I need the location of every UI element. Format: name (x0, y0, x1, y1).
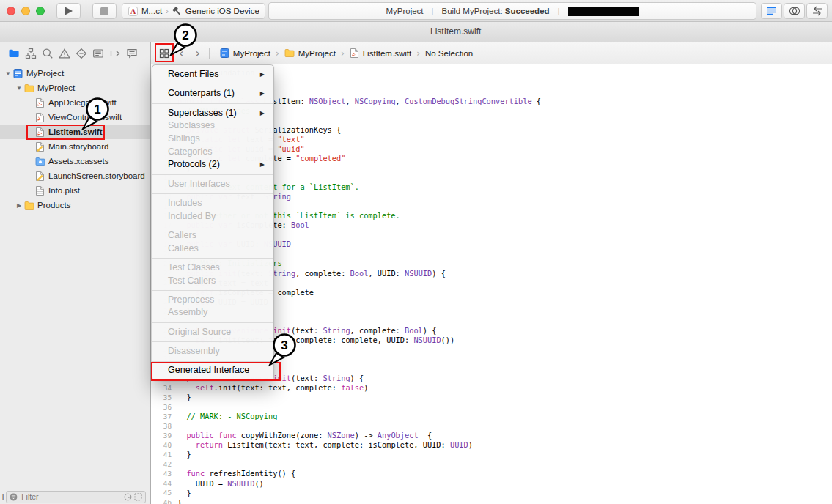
menu-item-generated-interface[interactable]: Generated Interface (152, 364, 273, 377)
menu-separator (152, 174, 273, 175)
line-number: 38 (151, 422, 177, 430)
code-line[interactable]: 39 public func copyWithZone(zone: NSZone… (151, 431, 832, 440)
tree-item-appdelegate-swift[interactable]: AppDelegate.swift (0, 95, 150, 110)
report-navigator-icon[interactable] (126, 48, 138, 59)
tree-item-myproject[interactable]: ▼MyProject (0, 66, 150, 81)
test-navigator-icon[interactable] (76, 48, 87, 59)
code-line[interactable]: 44 UUID = NSUUID() (151, 478, 832, 488)
code-line[interactable]: 36 (151, 402, 832, 412)
window-title: ListItem.swift (430, 26, 481, 37)
code-line[interactable]: 40 return ListItem(text: text, complete:… (151, 440, 832, 450)
menu-item-protocols-2-[interactable]: Protocols (2)▶ (152, 158, 273, 171)
code-line[interactable]: 45 } (151, 488, 832, 497)
code-line[interactable]: 41 } (151, 450, 832, 459)
menu-item-recent-files[interactable]: Recent Files▶ (152, 68, 273, 81)
line-number: 42 (151, 460, 177, 468)
tree-item-label: Info.plist (48, 186, 80, 195)
menu-item-user-interfaces: User Interfaces (152, 178, 273, 191)
status-divider: | (558, 7, 560, 15)
scheme-selector[interactable]: A M...ct › Generic iOS Device (122, 3, 265, 19)
symbol-navigator-icon[interactable] (25, 48, 37, 59)
swift-file-icon (34, 97, 45, 108)
crumb-separator-icon: › (341, 48, 345, 59)
menu-item-categories: Categories (152, 146, 273, 159)
code-line[interactable]: 43 func refreshIdentity() { (151, 469, 832, 478)
breadcrumb-label: No Selection (425, 49, 473, 58)
breadcrumb-item[interactable]: MyProject (284, 48, 336, 58)
filter-field[interactable] (6, 491, 146, 503)
run-button[interactable] (56, 3, 81, 19)
minimize-button[interactable] (21, 7, 30, 15)
menu-item-included-by: Included By (152, 210, 273, 223)
tree-item-label: MyProject (37, 84, 75, 92)
storyboard-file-icon (34, 141, 45, 152)
zoom-button[interactable] (36, 7, 45, 15)
menu-item-counterparts-1-[interactable]: Counterparts (1)▶ (152, 87, 273, 100)
menu-item-superclasses-1-[interactable]: Superclasses (1)▶ (152, 107, 273, 120)
svg-text:A: A (130, 7, 136, 15)
line-number: 41 (151, 451, 177, 459)
tree-item-listitem-swift[interactable]: ListItem.swift (0, 125, 150, 139)
assistant-editor-button[interactable] (784, 3, 805, 19)
tree-item-label: LaunchScreen.storyboard (48, 171, 145, 180)
menu-item-disassembly: Disassembly (152, 345, 273, 358)
project-navigator-tree: ▼MyProject▼MyProjectAppDelegate.swiftVie… (0, 64, 150, 212)
tree-item-myproject[interactable]: ▼MyProject (0, 81, 150, 95)
breadcrumb-item[interactable]: ListItem.swift (350, 48, 411, 59)
line-number: 36 (151, 403, 177, 411)
crumb-separator-icon: › (416, 48, 420, 59)
add-button[interactable]: + (0, 490, 6, 504)
issue-navigator-icon[interactable] (59, 48, 70, 59)
breadcrumb-item[interactable]: No Selection (425, 49, 473, 58)
forward-button[interactable]: › (189, 46, 205, 61)
code-line[interactable]: 37 // MARK: - NSCopying (151, 412, 832, 421)
code-line[interactable]: 42 (151, 459, 832, 469)
standard-editor-button[interactable] (761, 3, 782, 19)
related-items-icon (159, 48, 169, 59)
plist-file-icon (34, 185, 45, 196)
disclosure-open-icon[interactable]: ▼ (15, 85, 23, 92)
disclosure-open-icon[interactable]: ▼ (4, 70, 12, 77)
disclosure-closed-icon[interactable]: ▶ (15, 202, 23, 209)
window-controls (7, 7, 45, 15)
line-number: 34 (151, 384, 177, 392)
tree-item-label: Products (37, 201, 70, 210)
titlebar: ListItem.swift (0, 22, 832, 42)
version-editor-button[interactable] (806, 3, 828, 19)
line-number: 44 (151, 479, 177, 487)
tree-item-label: AppDelegate.swift (48, 98, 117, 107)
debug-navigator-icon[interactable] (92, 48, 104, 59)
code-line[interactable]: 46} (151, 497, 832, 504)
tree-item-products[interactable]: ▶Products (0, 198, 150, 212)
search-navigator-icon[interactable] (42, 48, 54, 59)
related-items-button[interactable] (155, 46, 173, 61)
line-number: 43 (151, 470, 177, 478)
code-text: self.init(text: text, complete: false) (177, 383, 368, 392)
line-number: 40 (151, 441, 177, 449)
project-navigator-icon[interactable] (8, 48, 20, 59)
tree-item-launchscreen-storyboard[interactable]: LaunchScreen.storyboard (0, 168, 150, 183)
menu-item-test-callers: Test Callers (152, 275, 273, 288)
tree-item-info-plist[interactable]: Info.plist (0, 183, 150, 198)
clock-icon[interactable] (124, 493, 132, 501)
stop-button[interactable] (92, 3, 117, 19)
filter-input[interactable] (20, 492, 122, 502)
code-line[interactable]: 38 (151, 421, 832, 431)
back-button[interactable]: ‹ (173, 46, 189, 61)
close-button[interactable] (7, 7, 15, 15)
breakpoint-navigator-icon[interactable] (109, 48, 121, 59)
status-divider: | (432, 7, 434, 15)
tree-item-assets-xcassets[interactable]: Assets.xcassets (0, 154, 150, 168)
folder-icon (23, 84, 34, 93)
expand-icon[interactable] (134, 493, 142, 501)
breadcrumb-item[interactable]: MyProject (220, 48, 270, 59)
code-line[interactable]: 34 self.init(text: text, complete: false… (151, 383, 832, 393)
folder-icon (284, 48, 295, 58)
folder-icon (23, 201, 34, 210)
code-text: // MARK: - NSCopying (177, 412, 277, 420)
tree-item-viewcontroller-swift[interactable]: ViewController.swift (0, 110, 150, 125)
tree-item-main-storyboard[interactable]: Main.storyboard (0, 139, 150, 154)
submenu-arrow-icon: ▶ (260, 87, 265, 100)
code-line[interactable]: 35 } (151, 393, 832, 402)
code-text: return ListItem(text: text, complete: is… (177, 440, 473, 449)
